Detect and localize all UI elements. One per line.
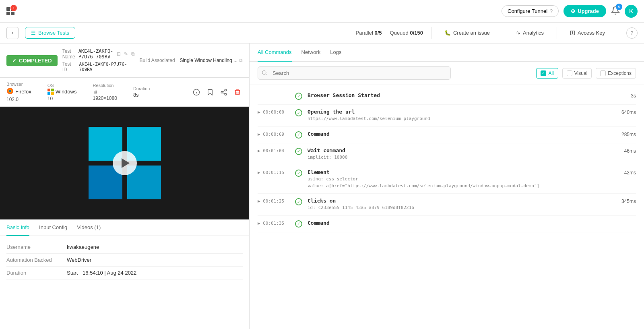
tab-basic-info[interactable]: Basic Info bbox=[6, 219, 29, 236]
browse-tests-button[interactable]: ☰ Browse Tests bbox=[25, 27, 75, 39]
main-content: ✓ COMPLETED Test Name AKE4L-ZAKFQ-P7U76-… bbox=[0, 43, 644, 329]
divider-1 bbox=[431, 27, 431, 39]
filter-all-check: ✓ bbox=[541, 70, 546, 76]
divider-2 bbox=[503, 27, 503, 39]
search-input-wrap bbox=[258, 66, 451, 80]
browser-info-bar: Browser Firefox 102.0 OS bbox=[0, 78, 249, 107]
delete-button[interactable] bbox=[232, 87, 243, 97]
video-player[interactable] bbox=[0, 107, 249, 219]
search-input[interactable] bbox=[258, 66, 451, 80]
command-item: ▶ 00:00:00 ✓ Opening the url https://www… bbox=[258, 105, 636, 127]
topbar: 1 Configure Tunnel ? ⊕ Upgrade 5 K bbox=[0, 0, 644, 23]
check-circle-icon: ✓ bbox=[295, 131, 302, 139]
svg-line-10 bbox=[223, 90, 225, 91]
copy-single-icon[interactable]: ⧉ bbox=[239, 58, 243, 63]
bookmark-button[interactable] bbox=[205, 87, 215, 97]
bug-icon: 🐛 bbox=[444, 30, 451, 36]
search-icon bbox=[262, 70, 267, 77]
divider-3 bbox=[557, 27, 557, 39]
notifications-button[interactable]: 5 bbox=[611, 6, 620, 16]
cmd-title-0: Browser Session Started bbox=[308, 92, 626, 98]
check-circle-icon: ✓ bbox=[295, 198, 302, 205]
command-item: ▶ 00:01:15 ✓ Element using: css selector… bbox=[258, 165, 636, 194]
create-issue-label: Create an issue bbox=[453, 30, 490, 36]
cmd-content-5: Clicks on id: c233e555-1145-43a5-a879-61… bbox=[308, 198, 617, 211]
share-button[interactable] bbox=[219, 87, 229, 97]
tab-logs[interactable]: Logs bbox=[330, 43, 341, 62]
svg-point-6 bbox=[225, 89, 227, 91]
cmd-content-1: Opening the url https://www.lambdatest.c… bbox=[308, 109, 617, 122]
upgrade-button[interactable]: ⊕ Upgrade bbox=[564, 5, 606, 17]
filter-all-button[interactable]: ✓ All bbox=[536, 68, 558, 79]
check-circle-icon: ✓ bbox=[295, 93, 302, 100]
cmd-title-6: Command bbox=[308, 220, 631, 226]
cmd-duration-2: 285ms bbox=[621, 131, 636, 137]
avatar[interactable]: K bbox=[625, 5, 638, 18]
create-issue-button[interactable]: 🐛 Create an issue bbox=[440, 27, 495, 38]
filter-visual-button[interactable]: Visual bbox=[562, 68, 592, 79]
back-button[interactable]: ‹ bbox=[6, 27, 19, 39]
parallel-text: Parallel 0/5 bbox=[355, 30, 382, 36]
share-icon bbox=[220, 89, 227, 96]
basic-info-section: Username kwakaeugene Automation Backed W… bbox=[0, 236, 249, 329]
browser-info-browser: Browser Firefox 102.0 bbox=[6, 82, 31, 102]
help-button[interactable]: ? bbox=[626, 27, 638, 39]
analytics-label: Analytics bbox=[523, 30, 544, 36]
svg-line-9 bbox=[223, 93, 225, 94]
tab-all-commands[interactable]: All Commands bbox=[258, 43, 292, 62]
cmd-status-4: ✓ bbox=[295, 169, 303, 177]
commands-header: All Commands Network Logs bbox=[250, 43, 644, 62]
edit-icon[interactable]: ✎ bbox=[124, 51, 128, 57]
info-button[interactable] bbox=[191, 87, 202, 97]
firefox-icon bbox=[6, 87, 14, 96]
cmd-subtitle-1: https://www.lambdatest.com/selenium-play… bbox=[308, 116, 617, 122]
bottom-tabs: Basic Info Input Config Videos (1) bbox=[0, 219, 249, 236]
divider-4 bbox=[618, 27, 618, 39]
grid-menu-btn[interactable]: 1 bbox=[6, 7, 14, 15]
topbar-left: 1 bbox=[6, 7, 14, 15]
commands-list: ✓ Browser Session Started 3s ▶ 00:00:00 … bbox=[250, 85, 644, 329]
browse-tests-label: Browse Tests bbox=[38, 30, 69, 36]
cmd-duration-5: 345ms bbox=[621, 198, 636, 204]
cmd-content-0: Browser Session Started bbox=[308, 92, 626, 98]
key-icon: ⚿ bbox=[570, 30, 575, 36]
cmd-status-5: ✓ bbox=[295, 198, 303, 206]
tab-network[interactable]: Network bbox=[301, 43, 321, 62]
edit-list-icon[interactable]: ⊟ bbox=[117, 51, 121, 57]
tab-input-config[interactable]: Input Config bbox=[39, 219, 67, 236]
analytics-button[interactable]: ∿ Analytics bbox=[511, 27, 549, 38]
info-icon bbox=[193, 89, 200, 96]
filter-exceptions-button[interactable]: Exceptions bbox=[596, 68, 636, 79]
status-badge: ✓ COMPLETED bbox=[6, 55, 58, 66]
cmd-status-0: ✓ bbox=[295, 92, 303, 100]
cmd-status-6: ✓ bbox=[295, 220, 303, 228]
bookmark-icon bbox=[206, 89, 214, 96]
filter-exceptions-check bbox=[600, 70, 606, 76]
check-circle-icon: ✓ bbox=[295, 170, 302, 177]
svg-point-2 bbox=[9, 90, 11, 92]
cmd-time-4: ▶ 00:01:15 bbox=[258, 169, 290, 175]
monitor-icon: 🖥 bbox=[93, 89, 98, 95]
access-key-button[interactable]: ⚿ Access Key bbox=[565, 27, 610, 38]
configure-tunnel-button[interactable]: Configure Tunnel ? bbox=[502, 5, 559, 17]
duration-row: Duration Start 16:54:10 | Aug 24 2022 bbox=[6, 267, 243, 279]
plus-circle-icon: ⊕ bbox=[571, 8, 575, 14]
copy-icon[interactable]: ⧉ bbox=[131, 51, 135, 57]
cmd-content-6: Command bbox=[308, 220, 631, 226]
automation-row: Automation Backed WebDriver bbox=[6, 254, 243, 267]
test-id-row: Test ID AKE4L-ZAKFQ-P7U76-709RV bbox=[62, 61, 135, 72]
cmd-content-4: Element using: css selectorvalue: a[href… bbox=[308, 169, 619, 189]
access-key-label: Access Key bbox=[578, 30, 605, 36]
play-button[interactable] bbox=[113, 151, 137, 175]
grid-badge: 1 bbox=[10, 5, 17, 11]
command-item: ▶ 00:00:69 ✓ Command 285ms bbox=[258, 127, 636, 143]
svg-point-8 bbox=[225, 93, 227, 95]
cmd-title-1: Opening the url bbox=[308, 109, 617, 115]
command-item: ▶ 00:01:25 ✓ Clicks on id: c233e555-1145… bbox=[258, 194, 636, 216]
upgrade-label: Upgrade bbox=[578, 8, 599, 14]
question-icon: ? bbox=[550, 8, 553, 14]
tab-videos[interactable]: Videos (1) bbox=[77, 219, 101, 236]
cmd-time-3: ▶ 00:01:04 bbox=[258, 147, 290, 153]
back-icon: ‹ bbox=[12, 30, 13, 36]
subheader: ‹ ☰ Browse Tests Parallel 0/5 Queued 0/1… bbox=[0, 23, 644, 43]
